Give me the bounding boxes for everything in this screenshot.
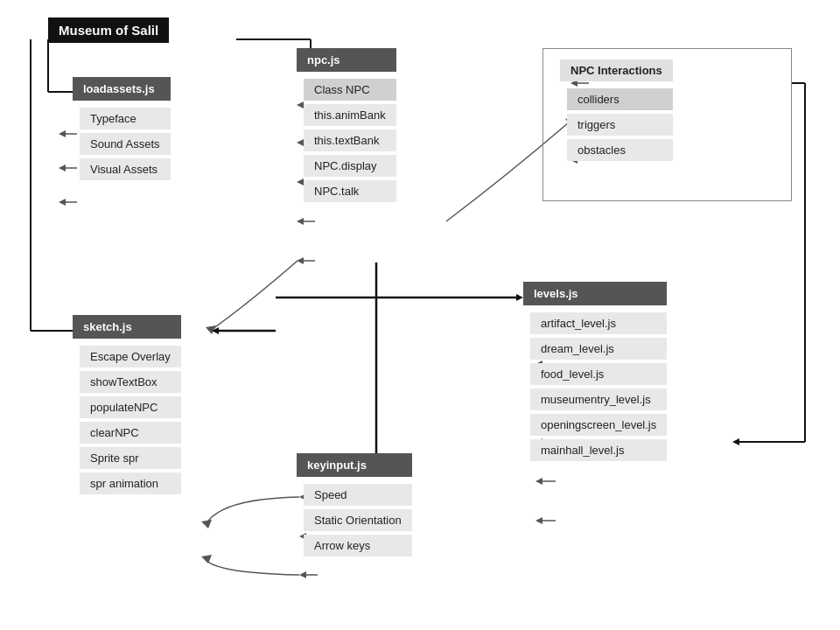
animbank-item: this.animBank bbox=[304, 104, 396, 126]
npc-display-item: NPC.display bbox=[304, 155, 396, 177]
svg-marker-42 bbox=[212, 327, 219, 334]
levels-node: levels.js artifact_level.js dream_level.… bbox=[523, 282, 667, 461]
loadassets-header: loadassets.js bbox=[73, 77, 171, 101]
showtextbox-item: showTextBox bbox=[80, 371, 181, 393]
svg-marker-48 bbox=[732, 438, 739, 445]
obstacles-item: obstacles bbox=[567, 139, 673, 161]
artifact-level-item: artifact_level.js bbox=[530, 312, 667, 334]
sound-assets-item: Sound Assets bbox=[80, 133, 171, 155]
svg-marker-55 bbox=[201, 520, 212, 528]
svg-marker-6 bbox=[59, 164, 66, 172]
openingscreen-level-item: openingscreen_level.js bbox=[530, 414, 667, 436]
svg-marker-56 bbox=[201, 555, 212, 564]
svg-marker-4 bbox=[59, 130, 66, 137]
diagram-container: Museum of Salil loadassets.js Typeface S… bbox=[0, 0, 840, 630]
sketch-node: sketch.js Escape Overlay showTextBox pop… bbox=[73, 315, 181, 494]
svg-marker-21 bbox=[297, 257, 304, 264]
escape-overlay-item: Escape Overlay bbox=[80, 346, 181, 368]
mainhall-level-item: mainhall_level.js bbox=[530, 439, 667, 461]
svg-marker-32 bbox=[536, 478, 542, 485]
npc-interactions-header: NPC Interactions bbox=[560, 60, 673, 81]
museumentry-level-item: museumentry_level.js bbox=[530, 388, 667, 410]
clearnpc-item: clearNPC bbox=[80, 422, 181, 444]
svg-marker-19 bbox=[297, 218, 304, 225]
keyinput-header: keyinput.js bbox=[297, 453, 412, 477]
keyinput-node: keyinput.js Speed Static Orientation Arr… bbox=[297, 453, 412, 556]
dream-level-item: dream_level.js bbox=[530, 338, 667, 360]
npc-interactions-node: NPC Interactions colliders triggers obst… bbox=[560, 60, 673, 161]
npc-talk-item: NPC.talk bbox=[304, 180, 396, 202]
visual-assets-item: Visual Assets bbox=[80, 158, 171, 180]
food-level-item: food_level.js bbox=[530, 363, 667, 385]
populatenpc-item: populateNPC bbox=[80, 396, 181, 418]
triggers-item: triggers bbox=[567, 114, 673, 136]
museum-title-node: Museum of Salil bbox=[48, 18, 169, 43]
class-npc-item: Class NPC bbox=[304, 79, 396, 101]
npc-header: npc.js bbox=[297, 48, 396, 72]
sketch-header: sketch.js bbox=[73, 315, 181, 339]
svg-marker-44 bbox=[516, 294, 523, 301]
speed-item: Speed bbox=[304, 484, 412, 506]
arrow-keys-item: Arrow keys bbox=[304, 535, 412, 556]
museum-title: Museum of Salil bbox=[48, 18, 169, 43]
spr-animation-item: spr animation bbox=[80, 472, 181, 494]
svg-marker-54 bbox=[299, 571, 306, 578]
sprite-spr-item: Sprite spr bbox=[80, 447, 181, 469]
svg-marker-22 bbox=[206, 326, 216, 334]
static-orientation-item: Static Orientation bbox=[304, 509, 412, 531]
loadassets-node: loadassets.js Typeface Sound Assets Visu… bbox=[73, 77, 171, 180]
svg-marker-34 bbox=[536, 517, 542, 524]
textbank-item: this.textBank bbox=[304, 130, 396, 151]
npc-node: npc.js Class NPC this.animBank this.text… bbox=[297, 48, 396, 202]
svg-marker-8 bbox=[59, 199, 66, 206]
colliders-item: colliders bbox=[567, 88, 673, 110]
levels-header: levels.js bbox=[523, 282, 667, 305]
typeface-item: Typeface bbox=[80, 108, 171, 130]
